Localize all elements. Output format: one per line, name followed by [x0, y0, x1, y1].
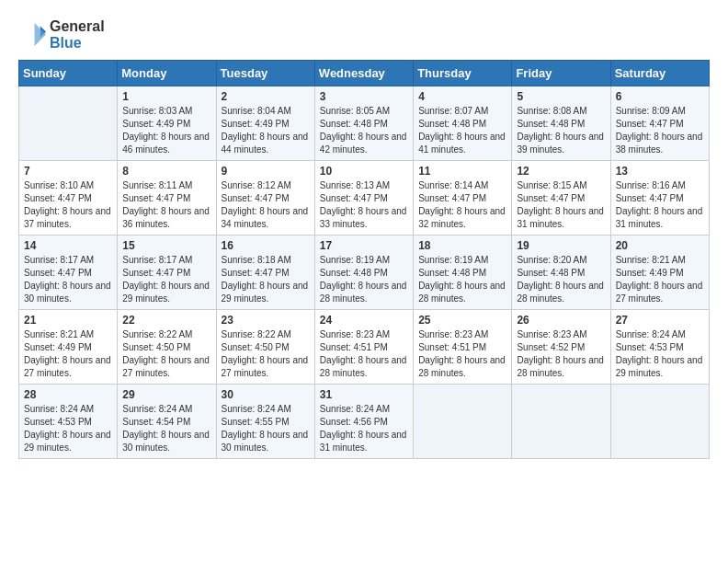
cell-info: Sunrise: 8:04 AMSunset: 4:49 PMDaylight:…: [222, 105, 310, 156]
calendar-cell: 31Sunrise: 8:24 AMSunset: 4:56 PMDayligh…: [314, 385, 413, 459]
day-number: 14: [24, 239, 112, 252]
calendar-cell: 11Sunrise: 8:14 AMSunset: 4:47 PMDayligh…: [414, 161, 512, 236]
calendar-cell: [610, 385, 709, 459]
weekday-header-row: SundayMondayTuesdayWednesdayThursdayFrid…: [19, 61, 710, 86]
cell-info: Sunrise: 8:24 AMSunset: 4:56 PMDaylight:…: [320, 403, 408, 454]
cell-info: Sunrise: 8:19 AMSunset: 4:48 PMDaylight:…: [418, 254, 506, 305]
calendar-cell: 27Sunrise: 8:24 AMSunset: 4:53 PMDayligh…: [610, 310, 709, 385]
cell-info: Sunrise: 8:05 AMSunset: 4:48 PMDaylight:…: [320, 105, 408, 156]
day-number: 27: [616, 314, 704, 327]
cell-info: Sunrise: 8:24 AMSunset: 4:53 PMDaylight:…: [616, 328, 704, 380]
calendar-cell: [414, 385, 512, 459]
cell-info: Sunrise: 8:24 AMSunset: 4:53 PMDaylight:…: [24, 403, 112, 454]
day-number: 17: [320, 239, 408, 252]
weekday-header-friday: Friday: [512, 61, 610, 86]
calendar-cell: 2Sunrise: 8:04 AMSunset: 4:49 PMDaylight…: [216, 86, 314, 161]
calendar-week-1: 1Sunrise: 8:03 AMSunset: 4:49 PMDaylight…: [19, 86, 710, 161]
calendar-cell: 29Sunrise: 8:24 AMSunset: 4:54 PMDayligh…: [118, 385, 216, 459]
day-number: 26: [517, 314, 605, 327]
day-number: 19: [517, 239, 605, 252]
day-number: 29: [122, 388, 210, 401]
page-header: General Blue: [18, 18, 710, 51]
calendar-cell: 14Sunrise: 8:17 AMSunset: 4:47 PMDayligh…: [19, 236, 118, 310]
cell-info: Sunrise: 8:16 AMSunset: 4:47 PMDaylight:…: [616, 179, 704, 231]
weekday-header-tuesday: Tuesday: [216, 61, 314, 86]
day-number: 28: [24, 388, 112, 401]
cell-info: Sunrise: 8:17 AMSunset: 4:47 PMDaylight:…: [24, 254, 112, 305]
day-number: 12: [517, 165, 605, 178]
day-number: 18: [418, 239, 506, 252]
logo-general: General: [50, 18, 105, 34]
cell-info: Sunrise: 8:19 AMSunset: 4:48 PMDaylight:…: [320, 254, 408, 305]
calendar-cell: 9Sunrise: 8:12 AMSunset: 4:47 PMDaylight…: [216, 161, 314, 236]
cell-info: Sunrise: 8:23 AMSunset: 4:51 PMDaylight:…: [320, 328, 408, 380]
calendar-cell: 25Sunrise: 8:23 AMSunset: 4:51 PMDayligh…: [414, 310, 512, 385]
calendar-week-4: 21Sunrise: 8:21 AMSunset: 4:49 PMDayligh…: [19, 310, 710, 385]
day-number: 23: [222, 314, 310, 327]
day-number: 15: [122, 239, 210, 252]
calendar-cell: 16Sunrise: 8:18 AMSunset: 4:47 PMDayligh…: [216, 236, 314, 310]
calendar-cell: 22Sunrise: 8:22 AMSunset: 4:50 PMDayligh…: [118, 310, 216, 385]
cell-info: Sunrise: 8:22 AMSunset: 4:50 PMDaylight:…: [222, 328, 310, 380]
calendar-cell: 19Sunrise: 8:20 AMSunset: 4:48 PMDayligh…: [512, 236, 610, 310]
cell-info: Sunrise: 8:14 AMSunset: 4:47 PMDaylight:…: [418, 179, 506, 231]
day-number: 21: [24, 314, 112, 327]
day-number: 13: [616, 165, 704, 178]
calendar-cell: 10Sunrise: 8:13 AMSunset: 4:47 PMDayligh…: [314, 161, 413, 236]
cell-info: Sunrise: 8:09 AMSunset: 4:47 PMDaylight:…: [616, 105, 704, 156]
cell-info: Sunrise: 8:18 AMSunset: 4:47 PMDaylight:…: [222, 254, 310, 305]
calendar-cell: 8Sunrise: 8:11 AMSunset: 4:47 PMDaylight…: [118, 161, 216, 236]
cell-info: Sunrise: 8:23 AMSunset: 4:51 PMDaylight:…: [418, 328, 506, 380]
calendar-cell: 7Sunrise: 8:10 AMSunset: 4:47 PMDaylight…: [19, 161, 118, 236]
cell-info: Sunrise: 8:03 AMSunset: 4:49 PMDaylight:…: [122, 105, 210, 156]
calendar-cell: 23Sunrise: 8:22 AMSunset: 4:50 PMDayligh…: [216, 310, 314, 385]
day-number: 8: [122, 165, 210, 178]
cell-info: Sunrise: 8:20 AMSunset: 4:48 PMDaylight:…: [517, 254, 605, 305]
day-number: 3: [320, 90, 408, 103]
cell-info: Sunrise: 8:24 AMSunset: 4:54 PMDaylight:…: [122, 403, 210, 454]
weekday-header-sunday: Sunday: [19, 61, 118, 86]
cell-info: Sunrise: 8:23 AMSunset: 4:52 PMDaylight:…: [517, 328, 605, 380]
calendar-cell: 12Sunrise: 8:15 AMSunset: 4:47 PMDayligh…: [512, 161, 610, 236]
day-number: 6: [616, 90, 704, 103]
day-number: 10: [320, 165, 408, 178]
day-number: 31: [320, 388, 408, 401]
day-number: 24: [320, 314, 408, 327]
day-number: 7: [24, 165, 112, 178]
cell-info: Sunrise: 8:12 AMSunset: 4:47 PMDaylight:…: [222, 179, 310, 231]
calendar-cell: 26Sunrise: 8:23 AMSunset: 4:52 PMDayligh…: [512, 310, 610, 385]
calendar-cell: 13Sunrise: 8:16 AMSunset: 4:47 PMDayligh…: [610, 161, 709, 236]
day-number: 9: [222, 165, 310, 178]
cell-info: Sunrise: 8:21 AMSunset: 4:49 PMDaylight:…: [616, 254, 704, 305]
calendar-cell: 30Sunrise: 8:24 AMSunset: 4:55 PMDayligh…: [216, 385, 314, 459]
calendar-cell: 15Sunrise: 8:17 AMSunset: 4:47 PMDayligh…: [118, 236, 216, 310]
calendar-cell: 4Sunrise: 8:07 AMSunset: 4:48 PMDaylight…: [414, 86, 512, 161]
cell-info: Sunrise: 8:11 AMSunset: 4:47 PMDaylight:…: [122, 179, 210, 231]
day-number: 4: [418, 90, 506, 103]
day-number: 20: [616, 239, 704, 252]
cell-info: Sunrise: 8:21 AMSunset: 4:49 PMDaylight:…: [24, 328, 112, 380]
weekday-header-thursday: Thursday: [414, 61, 512, 86]
calendar-week-3: 14Sunrise: 8:17 AMSunset: 4:47 PMDayligh…: [19, 236, 710, 310]
cell-info: Sunrise: 8:08 AMSunset: 4:48 PMDaylight:…: [517, 105, 605, 156]
cell-info: Sunrise: 8:10 AMSunset: 4:47 PMDaylight:…: [24, 179, 112, 231]
day-number: 5: [517, 90, 605, 103]
logo-blue: Blue: [50, 35, 82, 51]
weekday-header-saturday: Saturday: [610, 61, 709, 86]
day-number: 2: [222, 90, 310, 103]
day-number: 22: [122, 314, 210, 327]
cell-info: Sunrise: 8:07 AMSunset: 4:48 PMDaylight:…: [418, 105, 506, 156]
calendar-cell: [19, 86, 118, 161]
calendar-cell: 5Sunrise: 8:08 AMSunset: 4:48 PMDaylight…: [512, 86, 610, 161]
weekday-header-monday: Monday: [118, 61, 216, 86]
cell-info: Sunrise: 8:15 AMSunset: 4:47 PMDaylight:…: [517, 179, 605, 231]
cell-info: Sunrise: 8:24 AMSunset: 4:55 PMDaylight:…: [222, 403, 310, 454]
calendar-cell: 21Sunrise: 8:21 AMSunset: 4:49 PMDayligh…: [19, 310, 118, 385]
calendar-cell: 6Sunrise: 8:09 AMSunset: 4:47 PMDaylight…: [610, 86, 709, 161]
calendar-cell: 1Sunrise: 8:03 AMSunset: 4:49 PMDaylight…: [118, 86, 216, 161]
calendar-cell: 3Sunrise: 8:05 AMSunset: 4:48 PMDaylight…: [314, 86, 413, 161]
calendar-week-5: 28Sunrise: 8:24 AMSunset: 4:53 PMDayligh…: [19, 385, 710, 459]
logo: General Blue: [18, 18, 105, 51]
calendar-cell: [512, 385, 610, 459]
calendar-week-2: 7Sunrise: 8:10 AMSunset: 4:47 PMDaylight…: [19, 161, 710, 236]
